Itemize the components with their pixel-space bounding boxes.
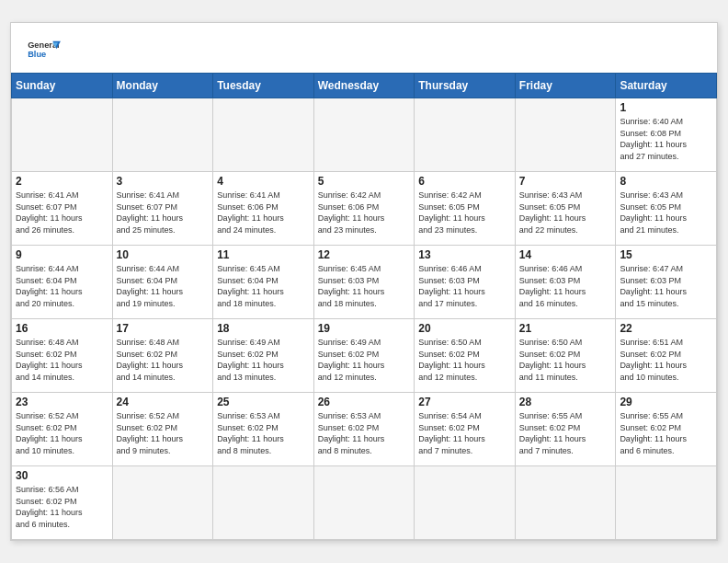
day-number: 9 (16, 248, 108, 261)
calendar-day-cell: 28Sunrise: 6:55 AM Sunset: 6:02 PM Dayli… (515, 393, 616, 466)
day-info: Sunrise: 6:45 AM Sunset: 6:03 PM Dayligh… (318, 263, 411, 309)
day-number: 21 (519, 322, 612, 335)
day-info: Sunrise: 6:41 AM Sunset: 6:07 PM Dayligh… (16, 190, 108, 236)
day-info: Sunrise: 6:50 AM Sunset: 6:02 PM Dayligh… (519, 337, 612, 383)
calendar-day-cell (213, 98, 314, 172)
day-number: 16 (16, 322, 108, 335)
calendar-day-cell: 1Sunrise: 6:40 AM Sunset: 6:08 PM Daylig… (616, 98, 717, 172)
day-info: Sunrise: 6:54 AM Sunset: 6:02 PM Dayligh… (418, 410, 511, 456)
calendar-day-cell: 19Sunrise: 6:49 AM Sunset: 6:02 PM Dayli… (313, 319, 415, 393)
day-info: Sunrise: 6:56 AM Sunset: 6:02 PM Dayligh… (16, 484, 108, 530)
day-number: 27 (418, 396, 511, 408)
day-info: Sunrise: 6:53 AM Sunset: 6:02 PM Dayligh… (217, 410, 310, 456)
calendar-day-cell: 2Sunrise: 6:41 AM Sunset: 6:07 PM Daylig… (12, 172, 113, 246)
day-info: Sunrise: 6:46 AM Sunset: 6:03 PM Dayligh… (418, 263, 511, 309)
day-number: 28 (519, 396, 612, 408)
day-info: Sunrise: 6:42 AM Sunset: 6:06 PM Dayligh… (318, 190, 411, 236)
calendar-day-cell (12, 98, 113, 172)
day-info: Sunrise: 6:52 AM Sunset: 6:02 PM Dayligh… (16, 410, 108, 456)
day-number: 13 (418, 248, 511, 261)
calendar-day-cell (415, 98, 516, 172)
calendar-day-cell: 13Sunrise: 6:46 AM Sunset: 6:03 PM Dayli… (415, 246, 516, 319)
calendar-day-cell: 23Sunrise: 6:52 AM Sunset: 6:02 PM Dayli… (12, 393, 113, 466)
calendar-week-row: 2Sunrise: 6:41 AM Sunset: 6:07 PM Daylig… (12, 172, 717, 246)
day-number: 29 (620, 396, 712, 408)
day-info: Sunrise: 6:45 AM Sunset: 6:04 PM Dayligh… (217, 263, 310, 309)
calendar-week-row: 9Sunrise: 6:44 AM Sunset: 6:04 PM Daylig… (12, 246, 717, 319)
day-info: Sunrise: 6:43 AM Sunset: 6:05 PM Dayligh… (519, 190, 612, 236)
day-info: Sunrise: 6:44 AM Sunset: 6:04 PM Dayligh… (117, 263, 210, 309)
day-info: Sunrise: 6:49 AM Sunset: 6:02 PM Dayligh… (217, 337, 310, 383)
svg-text:Blue: Blue (28, 50, 46, 59)
day-number: 2 (16, 175, 108, 188)
day-info: Sunrise: 6:41 AM Sunset: 6:07 PM Dayligh… (117, 190, 210, 236)
calendar-day-cell: 7Sunrise: 6:43 AM Sunset: 6:05 PM Daylig… (515, 172, 616, 246)
day-info: Sunrise: 6:55 AM Sunset: 6:02 PM Dayligh… (620, 410, 712, 456)
day-number: 30 (16, 469, 108, 482)
calendar-day-cell: 12Sunrise: 6:45 AM Sunset: 6:03 PM Dayli… (313, 246, 415, 319)
calendar-container: General Blue SundayMondayTuesdayWednesda… (10, 22, 718, 541)
calendar-day-cell: 16Sunrise: 6:48 AM Sunset: 6:02 PM Dayli… (12, 319, 113, 393)
calendar-day-cell: 20Sunrise: 6:50 AM Sunset: 6:02 PM Dayli… (415, 319, 516, 393)
calendar-day-cell: 17Sunrise: 6:48 AM Sunset: 6:02 PM Dayli… (112, 319, 213, 393)
calendar-day-cell (213, 466, 314, 540)
day-info: Sunrise: 6:43 AM Sunset: 6:05 PM Dayligh… (620, 190, 712, 236)
calendar-day-cell: 18Sunrise: 6:49 AM Sunset: 6:02 PM Dayli… (213, 319, 314, 393)
day-number: 5 (318, 175, 411, 188)
calendar-day-cell: 24Sunrise: 6:52 AM Sunset: 6:02 PM Dayli… (112, 393, 213, 466)
calendar-day-cell: 8Sunrise: 6:43 AM Sunset: 6:05 PM Daylig… (616, 172, 717, 246)
weekday-header-thursday: Thursday (415, 74, 516, 98)
day-number: 18 (217, 322, 310, 335)
weekday-header-row: SundayMondayTuesdayWednesdayThursdayFrid… (12, 74, 717, 98)
calendar-day-cell: 5Sunrise: 6:42 AM Sunset: 6:06 PM Daylig… (313, 172, 415, 246)
day-number: 7 (519, 175, 612, 188)
calendar-week-row: 1Sunrise: 6:40 AM Sunset: 6:08 PM Daylig… (12, 98, 717, 172)
day-number: 4 (217, 175, 310, 188)
day-info: Sunrise: 6:55 AM Sunset: 6:02 PM Dayligh… (519, 410, 612, 456)
calendar-day-cell (112, 466, 213, 540)
calendar-header: General Blue (11, 23, 717, 73)
weekday-header-monday: Monday (112, 74, 213, 98)
calendar-day-cell: 21Sunrise: 6:50 AM Sunset: 6:02 PM Dayli… (515, 319, 616, 393)
calendar-week-row: 30Sunrise: 6:56 AM Sunset: 6:02 PM Dayli… (12, 466, 717, 540)
weekday-header-friday: Friday (515, 74, 616, 98)
day-number: 26 (318, 396, 411, 408)
day-number: 12 (318, 248, 411, 261)
day-number: 19 (318, 322, 411, 335)
weekday-header-sunday: Sunday (12, 74, 113, 98)
day-number: 11 (217, 248, 310, 261)
day-number: 14 (519, 248, 612, 261)
weekday-header-saturday: Saturday (616, 74, 717, 98)
day-info: Sunrise: 6:44 AM Sunset: 6:04 PM Dayligh… (16, 263, 108, 309)
calendar-day-cell: 26Sunrise: 6:53 AM Sunset: 6:02 PM Dayli… (313, 393, 415, 466)
calendar-day-cell (515, 98, 616, 172)
weekday-header-wednesday: Wednesday (313, 74, 415, 98)
logo: General Blue (28, 36, 61, 63)
day-number: 3 (117, 175, 210, 188)
calendar-day-cell: 29Sunrise: 6:55 AM Sunset: 6:02 PM Dayli… (616, 393, 717, 466)
weekday-header-tuesday: Tuesday (213, 74, 314, 98)
day-number: 22 (620, 322, 712, 335)
calendar-day-cell: 9Sunrise: 6:44 AM Sunset: 6:04 PM Daylig… (12, 246, 113, 319)
day-number: 20 (418, 322, 511, 335)
day-info: Sunrise: 6:50 AM Sunset: 6:02 PM Dayligh… (418, 337, 511, 383)
day-info: Sunrise: 6:51 AM Sunset: 6:02 PM Dayligh… (620, 337, 712, 383)
calendar-day-cell: 4Sunrise: 6:41 AM Sunset: 6:06 PM Daylig… (213, 172, 314, 246)
day-number: 23 (16, 396, 108, 408)
day-number: 24 (117, 396, 210, 408)
calendar-day-cell: 6Sunrise: 6:42 AM Sunset: 6:05 PM Daylig… (415, 172, 516, 246)
day-info: Sunrise: 6:47 AM Sunset: 6:03 PM Dayligh… (620, 263, 712, 309)
calendar-day-cell: 22Sunrise: 6:51 AM Sunset: 6:02 PM Dayli… (616, 319, 717, 393)
logo-icon: General Blue (28, 36, 61, 63)
calendar-day-cell (415, 466, 516, 540)
calendar-day-cell (313, 466, 415, 540)
calendar-day-cell: 11Sunrise: 6:45 AM Sunset: 6:04 PM Dayli… (213, 246, 314, 319)
day-info: Sunrise: 6:53 AM Sunset: 6:02 PM Dayligh… (318, 410, 411, 456)
calendar-day-cell (313, 98, 415, 172)
day-info: Sunrise: 6:42 AM Sunset: 6:05 PM Dayligh… (418, 190, 511, 236)
day-number: 17 (117, 322, 210, 335)
calendar-grid: SundayMondayTuesdayWednesdayThursdayFrid… (11, 73, 717, 540)
day-number: 1 (620, 101, 712, 114)
calendar-day-cell: 15Sunrise: 6:47 AM Sunset: 6:03 PM Dayli… (616, 246, 717, 319)
day-info: Sunrise: 6:52 AM Sunset: 6:02 PM Dayligh… (117, 410, 210, 456)
